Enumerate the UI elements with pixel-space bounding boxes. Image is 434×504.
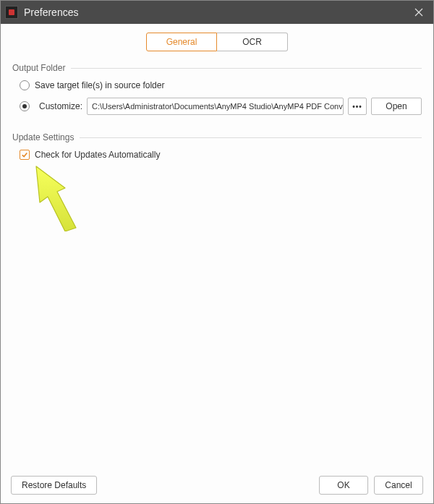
preferences-window: Preferences General OCR Output Folder Sa…: [0, 0, 434, 504]
browse-button[interactable]: •••: [348, 98, 367, 115]
save-source-radio[interactable]: [20, 80, 30, 90]
customize-row: Customize: C:\Users\Administrator\Docume…: [20, 98, 422, 115]
save-source-label: Save target file(s) in source folder: [35, 80, 164, 90]
open-button[interactable]: Open: [371, 98, 422, 115]
content-area: General OCR Output Folder Save target fi…: [1, 24, 433, 470]
close-icon: [414, 8, 423, 17]
tab-bar: General OCR: [12, 33, 422, 51]
app-icon: [5, 6, 18, 19]
update-settings-body: Check for Updates Automatically: [12, 150, 422, 170]
path-input[interactable]: C:\Users\Administrator\Documents\AnyMP4 …: [87, 98, 344, 115]
window-title: Preferences: [24, 7, 404, 18]
output-folder-title: Output Folder: [12, 63, 65, 73]
output-folder-header: Output Folder: [12, 63, 422, 73]
annotation-arrow-icon: [25, 163, 90, 231]
restore-defaults-button[interactable]: Restore Defaults: [11, 476, 97, 495]
auto-check-checkbox[interactable]: [20, 150, 30, 160]
ok-button[interactable]: OK: [319, 476, 368, 495]
auto-check-row: Check for Updates Automatically: [20, 150, 422, 160]
titlebar: Preferences: [1, 1, 433, 24]
update-settings-title: Update Settings: [12, 132, 74, 142]
auto-check-label: Check for Updates Automatically: [35, 150, 160, 160]
close-button[interactable]: [404, 1, 433, 24]
customize-radio[interactable]: [20, 101, 30, 111]
cancel-button[interactable]: Cancel: [374, 476, 423, 495]
save-source-row: Save target file(s) in source folder: [20, 80, 422, 90]
check-icon: [21, 151, 28, 158]
footer: Restore Defaults OK Cancel: [1, 470, 433, 503]
path-value: C:\Users\Administrator\Documents\AnyMP4 …: [92, 102, 344, 111]
update-settings-header: Update Settings: [12, 132, 422, 142]
tab-ocr[interactable]: OCR: [217, 33, 288, 51]
output-folder-body: Save target file(s) in source folder Cus…: [12, 80, 422, 132]
customize-label: Customize:: [39, 101, 82, 111]
tab-general[interactable]: General: [146, 33, 217, 51]
